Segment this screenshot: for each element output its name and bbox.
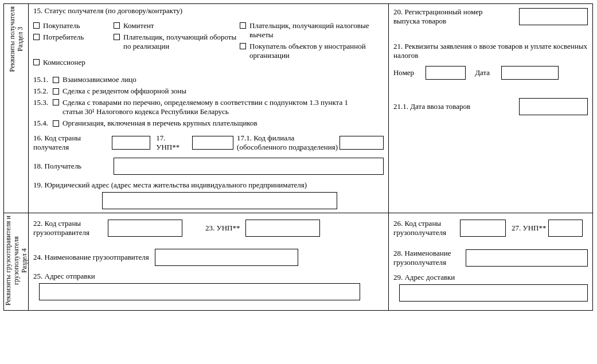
s25-label: 25. Адрес отправки <box>33 272 384 281</box>
s15-2-text: Сделка с резидентом оффшорной зоны <box>63 87 186 96</box>
s23-field[interactable] <box>245 220 320 237</box>
s17-label: 17. УНП** <box>156 134 189 152</box>
s19-field[interactable] <box>102 192 337 209</box>
s16-label: 16. Код страны получателя <box>33 134 89 152</box>
s29-label: 29. Адрес доставки <box>393 273 588 282</box>
chk-payer-deduct[interactable] <box>240 22 246 29</box>
s20-field[interactable] <box>519 8 588 25</box>
s21-num-label: Номер <box>393 68 414 77</box>
s15-4-num: 15.4. <box>33 119 48 128</box>
chk-15-4[interactable] <box>53 120 59 127</box>
s15-1-text: Взаимозависимое лицо <box>63 75 136 84</box>
s15-4-text: Организация, включенная в перечень крупн… <box>63 119 257 128</box>
s24-field[interactable] <box>155 249 298 266</box>
section4-sub: Раздел 4 <box>20 248 28 273</box>
s25-field[interactable] <box>39 283 360 300</box>
s18-field[interactable] <box>114 158 384 175</box>
s23-label: 23. УНП** <box>205 224 240 233</box>
s16-field[interactable] <box>112 136 151 150</box>
lbl-foreign-buyer: Покупатель объектов у иностранной органи… <box>249 42 384 60</box>
lbl-payer-turnover: Плательщик, получающий обороты по реализ… <box>123 33 240 51</box>
s26-field[interactable] <box>460 220 506 237</box>
s17-1-label: 17.1. Код филиала (обособленного подразд… <box>237 134 340 152</box>
lbl-commissioner: Комиссионер <box>43 58 85 67</box>
s15-3-num: 15.3. <box>33 98 48 107</box>
lbl-payer-deduct: Плательщик, получающий налоговые вычеты <box>249 21 384 40</box>
s17-field[interactable] <box>192 136 233 150</box>
section4-title1: Реквизиты грузоотправителя и <box>4 216 12 306</box>
s15-3-text: Сделка с товарами по перечню, определяем… <box>63 98 348 116</box>
chk-15-1[interactable] <box>53 77 59 83</box>
s22-field[interactable] <box>108 220 182 237</box>
section3-title: Реквизиты получателя <box>8 6 16 72</box>
s21-date-label: Дата <box>475 68 490 77</box>
s27-field[interactable] <box>548 220 583 237</box>
chk-15-2[interactable] <box>53 88 59 95</box>
s21-num-field[interactable] <box>426 66 466 80</box>
chk-buyer[interactable] <box>33 22 40 29</box>
chk-15-3[interactable] <box>53 99 59 105</box>
s24-label: 24. Наименование грузоотправителя <box>33 253 149 262</box>
s29-field[interactable] <box>399 284 588 302</box>
s28-label: 28. Наименование грузополучателя <box>393 249 462 267</box>
lbl-buyer: Покупатель <box>43 21 80 30</box>
s21-label: 21. Реквизиты заявления о ввозе товаров … <box>393 42 588 60</box>
chk-foreign-buyer[interactable] <box>240 43 246 49</box>
chk-consumer[interactable] <box>33 34 40 40</box>
chk-komitent[interactable] <box>114 22 120 29</box>
s18-label: 18. Получатель <box>33 162 96 171</box>
s21-date-field[interactable] <box>501 66 559 80</box>
s15-title: 15. Статус получателя (по договору/контр… <box>33 6 384 15</box>
s19-label: 19. Юридический адрес (адрес места жител… <box>33 181 384 190</box>
s20-label: 20. Регистрационный номер выпуска товаро… <box>393 7 508 26</box>
s28-field[interactable] <box>466 249 588 267</box>
chk-commissioner[interactable] <box>33 59 40 65</box>
s22-label: 22. Код страны грузоотправителя <box>33 219 102 237</box>
section4-title2: грузополучателя <box>12 236 20 285</box>
s26-label: 26. Код страны грузополучателя <box>393 219 456 237</box>
s15-1-num: 15.1. <box>33 75 48 84</box>
section3-sub: Раздел 3 <box>16 27 24 52</box>
s21-1-label: 21.1. Дата ввоза товаров <box>393 102 470 111</box>
lbl-komitent: Комитент <box>123 21 154 30</box>
s15-2-num: 15.2. <box>33 87 48 96</box>
s27-label: 27. УНП** <box>512 224 546 233</box>
chk-payer-turnover[interactable] <box>114 34 120 40</box>
lbl-consumer: Потребитель <box>43 33 84 42</box>
s17-1-field[interactable] <box>340 136 384 150</box>
s21-1-field[interactable] <box>519 98 588 115</box>
